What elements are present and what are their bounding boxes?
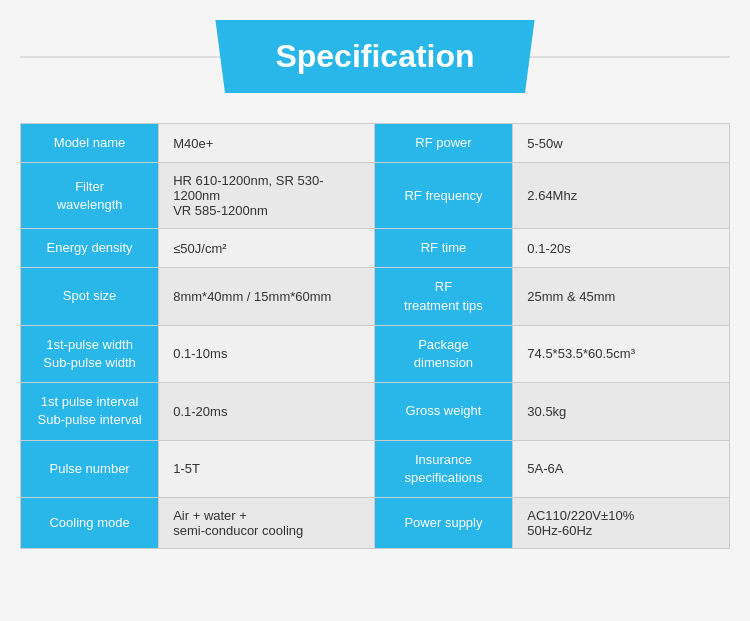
header-area: Specification	[20, 20, 730, 93]
left-value-cell: Air + water + semi-conducor cooling	[159, 497, 374, 548]
right-label-cell: Package dimension	[374, 325, 513, 382]
left-value-cell: HR 610-1200nm, SR 530-1200nm VR 585-1200…	[159, 163, 374, 229]
left-label-cell: 1st pulse interval Sub-pulse interval	[21, 383, 159, 440]
table-row: Energy density≤50J/cm²RF time0.1-20s	[21, 229, 730, 268]
right-label-cell: RF time	[374, 229, 513, 268]
right-label-cell: RF frequency	[374, 163, 513, 229]
left-label-cell: Filter wavelength	[21, 163, 159, 229]
page-title: Specification	[215, 20, 534, 93]
left-label-cell: Spot size	[21, 268, 159, 325]
left-value-cell: 0.1-20ms	[159, 383, 374, 440]
table-row: Model nameM40e+RF power5-50w	[21, 124, 730, 163]
left-label-cell: 1st-pulse width Sub-pulse width	[21, 325, 159, 382]
table-row: Pulse number1-5TInsurance specifications…	[21, 440, 730, 497]
table-row: Cooling modeAir + water + semi-conducor …	[21, 497, 730, 548]
right-value-cell: 0.1-20s	[513, 229, 730, 268]
left-value-cell: ≤50J/cm²	[159, 229, 374, 268]
right-value-cell: 30.5kg	[513, 383, 730, 440]
right-value-cell: 2.64Mhz	[513, 163, 730, 229]
left-value-cell: M40e+	[159, 124, 374, 163]
right-label-cell: RF treatment tips	[374, 268, 513, 325]
left-value-cell: 0.1-10ms	[159, 325, 374, 382]
left-value-cell: 8mm*40mm / 15mm*60mm	[159, 268, 374, 325]
right-value-cell: 25mm & 45mm	[513, 268, 730, 325]
right-label-cell: RF power	[374, 124, 513, 163]
right-label-cell: Insurance specifications	[374, 440, 513, 497]
right-value-cell: 5-50w	[513, 124, 730, 163]
left-value-cell: 1-5T	[159, 440, 374, 497]
table-row: Spot size8mm*40mm / 15mm*60mmRF treatmen…	[21, 268, 730, 325]
right-value-cell: AC110/220V±10% 50Hz-60Hz	[513, 497, 730, 548]
table-row: 1st pulse interval Sub-pulse interval0.1…	[21, 383, 730, 440]
left-label-cell: Energy density	[21, 229, 159, 268]
left-label-cell: Cooling mode	[21, 497, 159, 548]
right-value-cell: 74.5*53.5*60.5cm³	[513, 325, 730, 382]
table-row: Filter wavelengthHR 610-1200nm, SR 530-1…	[21, 163, 730, 229]
right-value-cell: 5A-6A	[513, 440, 730, 497]
left-label-cell: Pulse number	[21, 440, 159, 497]
right-label-cell: Power supply	[374, 497, 513, 548]
right-label-cell: Gross weight	[374, 383, 513, 440]
left-label-cell: Model name	[21, 124, 159, 163]
table-row: 1st-pulse width Sub-pulse width0.1-10msP…	[21, 325, 730, 382]
specification-table: Model nameM40e+RF power5-50wFilter wavel…	[20, 123, 730, 549]
